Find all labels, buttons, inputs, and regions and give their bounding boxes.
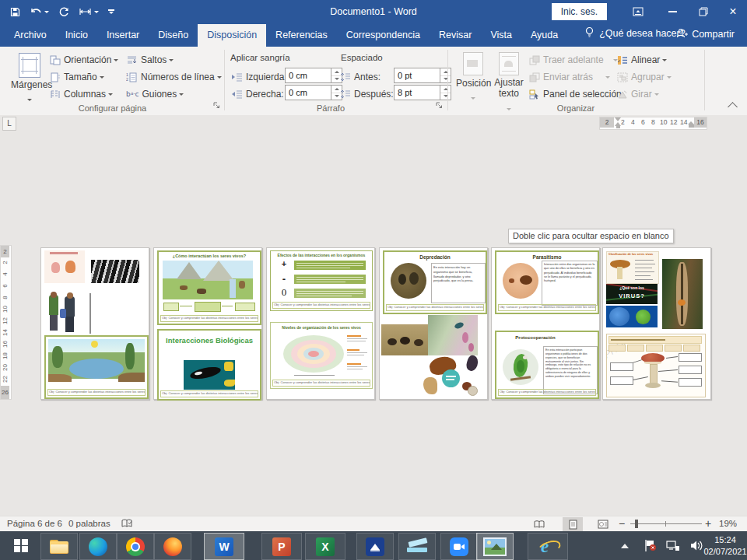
clock[interactable]: 15:24 02/07/2021 [705, 531, 745, 560]
firefox-icon[interactable] [154, 533, 191, 560]
efectos-interacciones-slide: Efectos de las interacciones en los orga… [270, 250, 373, 311]
spacing-before-stepper[interactable]: 0 pt [394, 68, 451, 83]
hummingbird-photo [428, 315, 478, 357]
group-label-organizar: Organizar [514, 103, 638, 113]
spacing-after-up[interactable] [440, 86, 451, 93]
slide-title: Niveles de organización de los seres viv… [271, 325, 372, 330]
photos-app-icon[interactable] [476, 533, 514, 560]
sign-in-button[interactable]: Inic. ses. [552, 3, 607, 20]
page-thumbnail-4[interactable]: Depredación En esta interacción hay un o… [379, 247, 488, 400]
tab-referencias[interactable]: Referencias [266, 24, 337, 47]
depredacion-textbox: En esta interacción hay un organismo que… [431, 263, 486, 303]
zoom-out-button[interactable]: − [619, 516, 625, 531]
slide-title: ¿Cómo interactúan los seres vivos? [159, 254, 260, 258]
tab-stop-selector[interactable]: L [2, 117, 16, 131]
spacing-before-value[interactable]: 0 pt [394, 68, 440, 83]
size-button[interactable]: Tamaño [50, 69, 104, 85]
tray-overflow-chevron-icon[interactable] [616, 531, 633, 560]
first-line-indent-marker[interactable] [615, 117, 621, 121]
position-label: Posición [456, 78, 490, 89]
columns-button[interactable]: Columnas [50, 86, 113, 102]
page-thumbnail-6[interactable]: Clasificación de los seres vivos ¿Qué so… [602, 247, 711, 400]
share-label: Compartir [692, 29, 735, 40]
zoom-percentage[interactable]: 19% [719, 516, 737, 531]
plus-symbol: + [279, 259, 289, 270]
slide-title: Interacciones Biológicas [159, 337, 260, 345]
ribbon-display-options-icon[interactable] [626, 0, 651, 23]
parrafo-dialog-launcher-icon[interactable] [436, 98, 443, 112]
tab-inicio[interactable]: Inicio [56, 24, 97, 47]
zoom-app-icon[interactable] [440, 533, 478, 560]
close-button[interactable]: × [721, 0, 745, 23]
print-layout-view-button[interactable] [563, 517, 583, 531]
tab-revisar[interactable]: Revisar [430, 24, 481, 47]
indent-right-stepper[interactable]: 0 cm [285, 85, 342, 100]
zoom-in-button[interactable]: + [705, 516, 711, 531]
configurar-dialog-launcher-icon[interactable] [213, 98, 220, 112]
file-explorer-icon[interactable] [40, 533, 78, 560]
zoom-slider-track[interactable] [630, 523, 702, 524]
margins-label: Márgenes [11, 79, 48, 90]
network-status-icon[interactable] [663, 531, 683, 560]
clock-date: 02/07/2021 [703, 546, 746, 557]
internet-explorer-icon[interactable]: e [528, 533, 568, 560]
spacing-before-down[interactable] [440, 76, 451, 83]
page-thumbnail-3[interactable]: Efectos de las interacciones en los orga… [266, 247, 375, 400]
page-thumbnail-2[interactable]: ¿Cómo interactúan los seres vivos? Obj: … [153, 247, 262, 400]
action-center-flag-icon[interactable] [640, 531, 660, 560]
share-button[interactable]: Compartir [670, 23, 741, 47]
read-mode-view-button[interactable] [529, 517, 549, 531]
page-indicator[interactable]: Página 6 de 6 [7, 516, 62, 531]
indent-left-stepper[interactable]: 0 cm [285, 68, 342, 83]
vertical-ruler[interactable]: 2 26 2 4 6 8 10 12 14 16 18 20 22 [0, 245, 12, 400]
web-layout-view-button[interactable] [593, 517, 613, 531]
tab-insertar[interactable]: Insertar [97, 24, 149, 47]
horizontal-ruler[interactable]: 2 16 2 4 6 8 10 12 14 [599, 117, 707, 130]
left-indent-marker[interactable] [616, 126, 620, 128]
start-button[interactable] [3, 533, 39, 558]
chrome-icon[interactable] [117, 533, 154, 560]
powerpoint-taskbar-icon[interactable]: P [261, 533, 302, 560]
hyena-photo [391, 263, 426, 299]
hyphenation-button[interactable]: ba-c Guiones [126, 86, 184, 102]
send-backward-button: Enviar atrás [529, 69, 610, 85]
indent-left-icon [231, 73, 243, 82]
collapse-ribbon-chevron-icon[interactable] [728, 102, 738, 112]
virus-title-image: ¿Qué son los VIRUS? [606, 284, 658, 304]
zoom-slider-thumb[interactable] [635, 520, 638, 528]
tab-vista[interactable]: Vista [481, 24, 521, 47]
scan-app-icon[interactable] [356, 533, 394, 560]
indent-left-value[interactable]: 0 cm [285, 68, 331, 83]
ribbon-tab-row: Archivo Inicio Insertar Diseño Disposici… [0, 23, 747, 47]
word-count[interactable]: 0 palabras [68, 516, 110, 531]
tab-diseno[interactable]: Diseño [149, 24, 198, 47]
page-thumbnail-5[interactable]: Parasitismo Interacción entre dos organi… [491, 247, 600, 400]
tab-archivo[interactable]: Archivo [5, 24, 56, 47]
tab-correspondencia[interactable]: Correspondencia [337, 24, 430, 47]
restore-button[interactable] [691, 0, 716, 23]
indent-right-value[interactable]: 0 cm [285, 85, 331, 100]
spacing-after-icon [340, 89, 351, 99]
page-thumbnail-1[interactable]: Obj: Conocer y comprender las distintas … [40, 247, 149, 400]
spacing-before-up[interactable] [440, 68, 451, 76]
excel-taskbar-icon[interactable]: X [305, 533, 345, 560]
tab-disposicion[interactable]: Disposición [198, 24, 266, 47]
margins-button[interactable]: Márgenes [11, 50, 48, 110]
breaks-button[interactable]: Saltos [126, 52, 174, 68]
spacing-before-label: Antes: [340, 69, 381, 85]
line-numbers-button[interactable]: 12 Números de línea [126, 69, 222, 85]
scanner-device-icon[interactable] [398, 533, 436, 560]
tab-ayuda[interactable]: Ayuda [521, 24, 567, 47]
selection-pane-button[interactable]: Panel de selección [529, 86, 622, 102]
align-button[interactable]: Alinear [617, 52, 667, 68]
depredacion-slide: Depredación En esta interacción hay un o… [383, 250, 487, 314]
virus-title-line2: VIRUS? [606, 292, 658, 299]
word-taskbar-icon[interactable]: W [204, 533, 244, 560]
minimize-button[interactable] [660, 0, 685, 23]
spacing-after-value[interactable]: 8 pt [394, 85, 440, 100]
edge-icon[interactable] [79, 533, 117, 560]
orientation-button[interactable]: Orientación [50, 52, 118, 68]
slide-caption: Obj: Conocer y comprender las distintas … [498, 304, 596, 311]
virus-microscopy-image [606, 306, 658, 327]
teal-badge [442, 369, 460, 387]
